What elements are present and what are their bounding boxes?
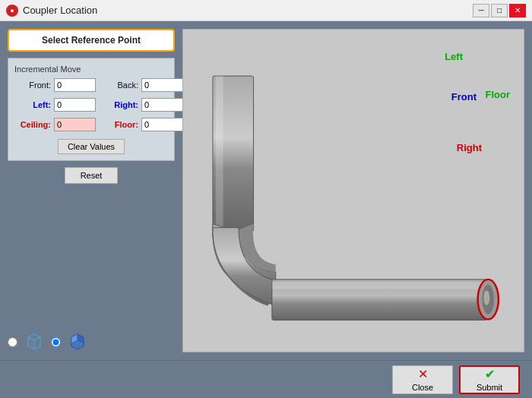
app-icon: ● [6,5,18,17]
left-field-row: Left: [14,98,96,112]
label-right: Right [457,142,482,153]
svg-line-1 [28,337,34,340]
front-label: Front: [14,81,51,90]
reset-button[interactable]: Reset [65,167,119,184]
right-field-row: Right: [102,98,183,112]
back-label: Back: [102,81,138,90]
wireframe-cube-icon [24,331,45,352]
incremental-move-group: Incremental Move Front: Back: Left: [8,58,175,161]
window-controls: ─ □ ✕ [473,4,526,17]
label-left: Left [445,51,463,62]
floor-label: Floor: [102,120,138,129]
solid-cube-icon [67,331,88,352]
right-panel: Left Floor Front Right [182,29,524,352]
right-label: Right: [102,100,138,109]
front-field-row: Front: [14,78,96,92]
3d-viewport: Left Floor Front Right [183,30,524,352]
view-controls [8,325,175,352]
maximize-button[interactable]: □ [491,4,508,17]
floor-input[interactable] [141,118,183,131]
main-content: Select Reference Point Incremental Move … [0,21,532,360]
back-field-row: Back: [102,78,183,92]
close-x-icon: ✕ [418,367,428,381]
ceiling-field-row: Ceiling: [14,118,96,131]
title-bar: ● Coupler Location ─ □ ✕ [0,0,532,21]
ceiling-input[interactable] [54,118,96,131]
back-input[interactable] [141,78,183,92]
left-input[interactable] [54,98,96,112]
label-front: Front [451,91,477,103]
bottom-bar: ✕ Close ✔ Submit [0,360,532,398]
left-panel: Select Reference Point Incremental Move … [8,29,175,352]
close-window-button[interactable]: ✕ [509,4,526,17]
svg-point-13 [483,290,489,305]
submit-button[interactable]: ✔ Submit [459,365,520,394]
submit-label: Submit [477,383,502,392]
svg-rect-10 [272,282,486,289]
svg-rect-8 [216,76,223,232]
front-input[interactable] [54,78,96,92]
wireframe-radio[interactable] [8,337,17,347]
window-title: Coupler Location [23,5,97,16]
select-reference-point-button[interactable]: Select Reference Point [8,29,175,52]
incremental-move-title: Incremental Move [14,65,168,74]
close-label: Close [412,383,433,392]
right-input[interactable] [141,98,183,112]
minimize-button[interactable]: ─ [473,4,489,17]
submit-check-icon: ✔ [485,367,495,381]
solid-radio[interactable] [51,337,61,347]
close-button[interactable]: ✕ Close [392,365,453,394]
left-label: Left: [14,100,51,109]
coupler-svg [183,30,524,352]
fields-grid: Front: Back: Left: Right: [14,78,168,134]
label-floor: Floor [486,89,511,100]
svg-line-2 [34,337,40,340]
clear-values-button[interactable]: Clear Values [58,139,125,154]
ceiling-label: Ceiling: [14,120,51,129]
floor-field-row: Floor: [102,118,183,131]
